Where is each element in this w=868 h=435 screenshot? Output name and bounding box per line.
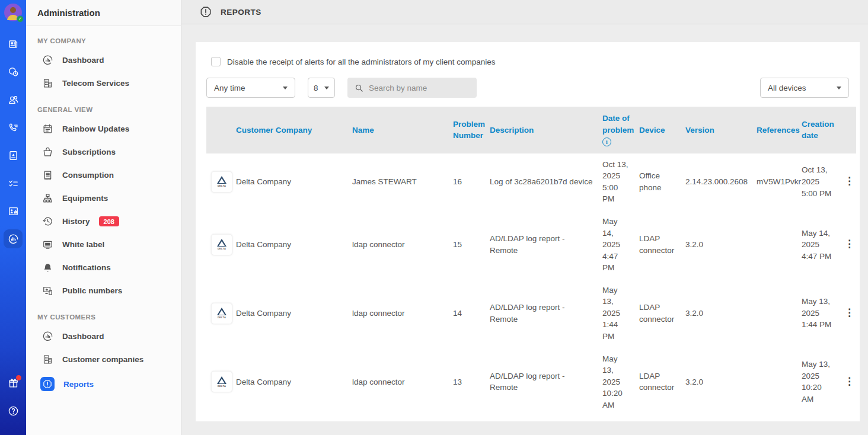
receipt-icon (42, 169, 53, 181)
cell-problem-number: 15 (448, 210, 485, 279)
info-icon[interactable]: i (602, 137, 611, 146)
col-description[interactable]: Description (485, 107, 598, 153)
table-row[interactable]: DELTA Delta Company ldap connector 15 AD… (206, 210, 856, 279)
col-version[interactable]: Version (681, 107, 752, 153)
cell-problem-number: 16 (448, 153, 485, 210)
sidebar-item-customer-companies[interactable]: Customer companies (26, 348, 181, 371)
cell-version: 3.2.0 (681, 279, 752, 348)
cell-problem-number: 13 (448, 348, 485, 417)
cell-description: AD/LDAP log report - Remote (485, 210, 598, 279)
col-name[interactable]: Name (347, 107, 448, 153)
row-actions-kebab-icon[interactable]: ⋮ (844, 376, 854, 387)
cell-device: LDAP connector (634, 210, 681, 279)
search-box (347, 78, 477, 98)
cell-date-of-problem: May 14, 2025 4:47 PM (598, 210, 634, 279)
time-range-select[interactable]: Any time (206, 78, 295, 98)
table-row[interactable]: DELTA Delta Company ldap connector 13 AD… (206, 348, 856, 417)
sidebar-item-dashboard[interactable]: Dashboard (26, 325, 181, 348)
cell-references (752, 348, 797, 417)
reports-card: Disable the receipt of alerts for all th… (196, 42, 860, 421)
monitor-icon (42, 239, 53, 250)
sidebar-item-telecom-services[interactable]: Telecom Services (26, 72, 181, 95)
sidebar-item-equipments[interactable]: Equipments (26, 187, 181, 210)
delta-company-logo: DELTA (211, 171, 232, 193)
row-actions-kebab-icon[interactable]: ⋮ (844, 238, 854, 250)
cell-name: ldap connector (347, 348, 448, 417)
help-icon[interactable] (4, 401, 23, 420)
files-icon[interactable] (4, 146, 23, 165)
cell-version: 3.2.0 (681, 348, 752, 417)
sidebar-item-rainbow-updates[interactable]: Rainbow Updates (26, 117, 181, 140)
admin-dashboard-icon[interactable] (4, 229, 23, 248)
row-actions-kebab-icon[interactable]: ⋮ (844, 175, 854, 187)
meetings-icon[interactable] (4, 201, 23, 220)
notification-dot (16, 375, 21, 380)
col-date-of-problem[interactable]: Date of problem i (598, 107, 634, 153)
gifts-icon[interactable] (4, 373, 23, 392)
chevron-down-icon (283, 87, 288, 89)
sidebar-item-public-numbers[interactable]: Public numbers (26, 279, 181, 302)
admin-sidebar: Administration MY COMPANYDashboardTeleco… (26, 0, 181, 435)
cell-customer-company: Delta Company (231, 416, 347, 421)
main-area: REPORTS Disable the receipt of alerts fo… (181, 0, 868, 435)
cell-name: ldap connector (347, 210, 448, 279)
sidebar-item-label: White label (62, 240, 104, 249)
sidebar-item-white-label[interactable]: White label (26, 233, 181, 256)
cell-problem-number: 14 (448, 279, 485, 348)
conversations-icon[interactable] (4, 62, 23, 81)
delta-triangle-icon (217, 308, 226, 315)
cell-references (752, 210, 797, 279)
cell-name: ldap connector (347, 279, 448, 348)
cell-version: 3.2.0 (681, 210, 752, 279)
app-icon-rail: ✓ (0, 0, 26, 435)
cell-references: mV5W1Pvkr (752, 153, 797, 210)
table-row[interactable]: DELTA Delta Company James STEWART 16 Log… (206, 153, 856, 210)
sidebar-item-dashboard[interactable]: Dashboard (26, 49, 181, 72)
cell-date-of-problem: Mar 20, 2025 4:17 PM (598, 416, 634, 421)
device-filter-select[interactable]: All devices (760, 78, 849, 98)
search-input[interactable] (369, 84, 470, 92)
table-row[interactable]: DELTA Delta Company ldap connector 14 AD… (206, 279, 856, 348)
cell-customer-company: Delta Company (231, 279, 347, 348)
sidebar-item-consumption[interactable]: Consumption (26, 164, 181, 187)
cell-description: AD/LDAP log report - Remote (485, 416, 598, 421)
newsfeed-icon[interactable] (4, 34, 23, 53)
col-customer-company[interactable]: Customer Company (231, 107, 347, 153)
cell-references (752, 416, 797, 421)
network-icon (42, 193, 53, 204)
user-avatar[interactable]: ✓ (4, 4, 22, 21)
col-references[interactable]: References (752, 107, 797, 153)
sidebar-item-history[interactable]: History208 (26, 210, 181, 233)
disable-alerts-checkbox[interactable] (211, 57, 221, 66)
cell-customer-company: Delta Company (231, 348, 347, 417)
sidebar-item-notifications[interactable]: Notifications (26, 256, 181, 279)
basket-icon (42, 146, 53, 158)
rail-top-icons (4, 34, 23, 257)
cell-description: AD/LDAP log report - Remote (485, 348, 598, 417)
sidebar-item-reports[interactable]: Reports (26, 371, 181, 397)
table-header: Customer CompanyNameProblem NumberDescri… (206, 107, 856, 153)
col-logo (206, 107, 231, 153)
calls-icon[interactable] (4, 118, 23, 137)
delta-triangle-icon (217, 176, 226, 184)
table-body: DELTA Delta Company James STEWART 16 Log… (206, 153, 856, 421)
cell-device: LDAP connector (634, 416, 681, 421)
sidebar-item-label: Dashboard (62, 332, 104, 341)
table-row[interactable]: DELTA Delta Company ldap connector 12 AD… (206, 416, 856, 421)
sidebar-item-subscriptions[interactable]: Subscriptions (26, 140, 181, 164)
device-filter-value: All devices (768, 84, 806, 92)
row-actions-kebab-icon[interactable]: ⋮ (844, 307, 854, 318)
cell-creation-date: May 13, 2025 1:44 PM (797, 279, 840, 348)
col-device[interactable]: Device (634, 107, 681, 153)
section-label: GENERAL VIEW (26, 95, 181, 117)
col-creation-date[interactable]: Creation date (797, 107, 840, 153)
col-problem-number[interactable]: Problem Number (448, 107, 485, 153)
delta-triangle-icon (217, 376, 226, 384)
cell-creation-date: Oct 13, 2025 5:00 PM (797, 153, 840, 210)
search-icon (355, 84, 363, 92)
cell-date-of-problem: May 13, 2025 10:20 AM (598, 348, 634, 417)
contacts-icon[interactable] (4, 90, 23, 109)
page-size-select[interactable]: 8 (308, 78, 335, 98)
cell-version: 2.14.23.000.2608 (681, 153, 752, 210)
tasks-icon[interactable] (4, 174, 23, 193)
